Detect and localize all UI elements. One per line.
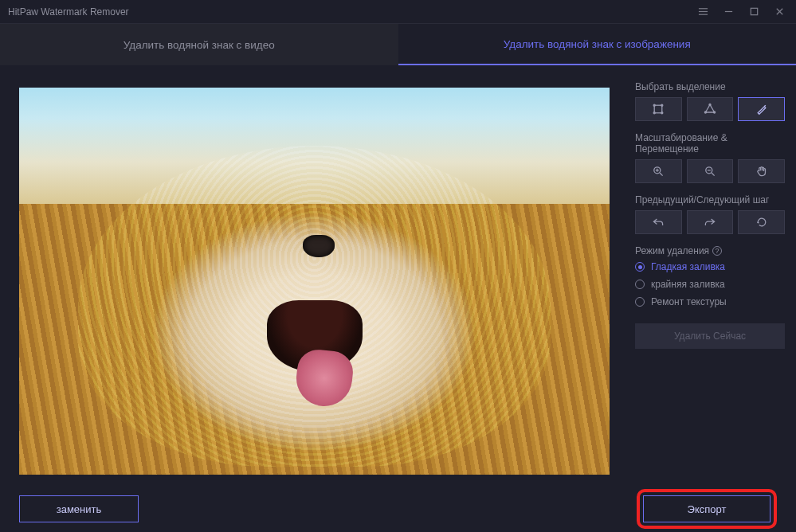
tab-image[interactable]: Удалить водяной знак с изображения xyxy=(398,24,797,65)
zoom-in-icon[interactable] xyxy=(635,159,682,183)
marquee-tool-icon[interactable] xyxy=(635,97,682,121)
brush-tool-icon[interactable] xyxy=(738,97,785,121)
history-section: Предыдущий/Следующий шаг xyxy=(635,194,785,234)
image-preview[interactable] xyxy=(19,88,610,475)
close-icon[interactable] xyxy=(774,6,785,18)
history-label: Предыдущий/Следующий шаг xyxy=(635,194,785,205)
svg-rect-4 xyxy=(751,8,757,14)
replace-button[interactable]: заменить xyxy=(19,495,139,522)
mode-texture-label: Ремонт текстуры xyxy=(651,296,727,307)
mode-label-text: Режим удаления xyxy=(635,245,709,256)
lasso-tool-icon[interactable] xyxy=(687,97,734,121)
sidebar: Выбрать выделение Масштабирование & Пере… xyxy=(629,65,796,486)
svg-point-15 xyxy=(704,111,706,113)
mode-smooth-fill[interactable]: Гладкая заливка xyxy=(635,261,785,272)
export-highlight: Экспорт xyxy=(637,489,777,529)
zoom-out-icon[interactable] xyxy=(687,159,734,183)
svg-line-17 xyxy=(660,173,663,176)
mode-label: Режим удаления ? xyxy=(635,245,785,256)
svg-point-14 xyxy=(714,111,716,113)
zoom-section: Масштабирование & Перемещение xyxy=(635,132,785,183)
canvas-area xyxy=(0,65,629,486)
radio-dot-icon xyxy=(635,297,645,307)
pan-hand-icon[interactable] xyxy=(738,159,785,183)
menu-icon[interactable] xyxy=(697,6,708,18)
selection-label: Выбрать выделение xyxy=(635,81,785,92)
redo-icon[interactable] xyxy=(687,210,734,234)
help-icon[interactable]: ? xyxy=(712,246,722,256)
minimize-icon[interactable] xyxy=(723,6,734,18)
reset-icon[interactable] xyxy=(738,210,785,234)
svg-line-21 xyxy=(712,173,715,176)
mode-tabs: Удалить водяной знак с видео Удалить вод… xyxy=(0,24,796,65)
mode-section: Режим удаления ? Гладкая заливка крайняя… xyxy=(635,245,785,307)
undo-icon[interactable] xyxy=(635,210,682,234)
svg-rect-7 xyxy=(655,105,663,113)
radio-dot-icon xyxy=(635,262,645,272)
maximize-icon[interactable] xyxy=(748,6,759,18)
remove-now-button: Удалить Сейчас xyxy=(635,323,785,349)
zoom-label: Масштабирование & Перемещение xyxy=(635,132,785,155)
svg-point-10 xyxy=(653,112,655,114)
radio-dot-icon xyxy=(635,280,645,289)
svg-point-11 xyxy=(661,112,663,114)
svg-point-8 xyxy=(653,104,655,106)
footer: заменить Экспорт xyxy=(0,486,796,532)
mode-texture-repair[interactable]: Ремонт текстуры xyxy=(635,296,785,307)
window-controls xyxy=(697,6,788,18)
titlebar: HitPaw Watermark Remover xyxy=(0,0,796,24)
app-title: HitPaw Watermark Remover xyxy=(8,6,697,18)
tab-video[interactable]: Удалить водяной знак с видео xyxy=(0,24,398,65)
mode-edge-fill[interactable]: крайняя заливка xyxy=(635,279,785,290)
preview-content xyxy=(19,88,610,475)
svg-point-9 xyxy=(661,104,663,106)
main-body: Выбрать выделение Масштабирование & Пере… xyxy=(0,65,796,486)
svg-point-13 xyxy=(709,104,711,105)
mode-smooth-label: Гладкая заливка xyxy=(651,261,725,272)
export-button[interactable]: Экспорт xyxy=(643,495,771,522)
mode-edge-label: крайняя заливка xyxy=(651,279,725,290)
selection-section: Выбрать выделение xyxy=(635,81,785,121)
